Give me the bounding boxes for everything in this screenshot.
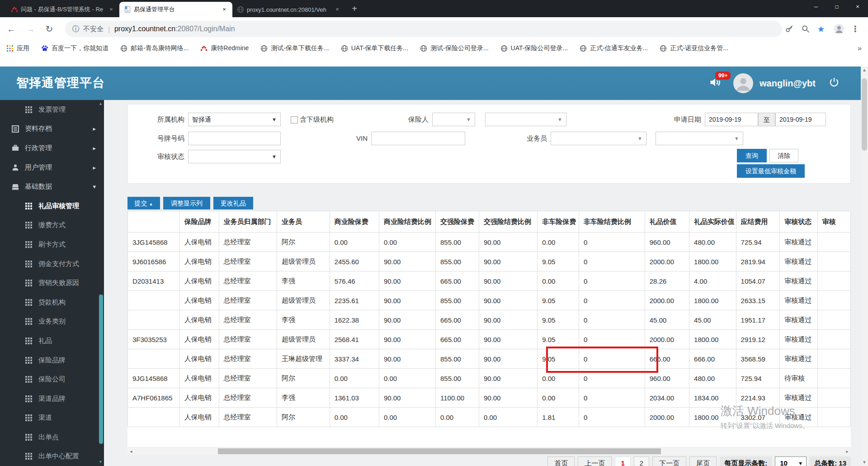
column-header-4: 商业险保费 — [330, 211, 379, 233]
sidebar-item-用户管理[interactable]: 用户管理▸ — [0, 158, 104, 177]
hscroll-right-icon[interactable]: ▸ — [844, 448, 851, 455]
submit-button[interactable]: 提交 ▲ — [127, 197, 160, 209]
browser-tab-0[interactable]: 问题 - 易保通-B/S管理系统 - Re× — [6, 2, 119, 17]
tab-close-icon[interactable]: × — [108, 6, 115, 13]
sidebar-item-营销失败原因[interactable]: 营销失败原因 — [0, 273, 104, 293]
back-icon[interactable]: ← — [4, 21, 19, 37]
audit-status-select[interactable]: ▼ — [188, 150, 281, 163]
adjust-columns-button[interactable]: 调整显示列 — [163, 197, 210, 209]
pagination-尾页[interactable]: 尾页 — [689, 456, 717, 466]
refresh-icon[interactable]: ↻ — [42, 21, 57, 37]
bookmark-item-7[interactable]: UAT-保险公司登录... — [500, 44, 568, 52]
insurer-select-2[interactable]: ▼ — [485, 113, 566, 126]
pagination-上一页[interactable]: 上一页 — [578, 456, 612, 466]
tab-close-icon[interactable]: × — [221, 6, 228, 13]
sidebar-item-礼品[interactable]: 礼品 — [0, 331, 104, 351]
maximize-button[interactable]: □ — [826, 0, 847, 14]
new-tab-button[interactable]: + — [348, 3, 361, 15]
sidebar-item-贷款机构[interactable]: 贷款机构 — [0, 293, 104, 312]
forward-icon[interactable]: → — [23, 21, 38, 37]
sidebar-scrollbar-thumb[interactable] — [99, 295, 103, 444]
salesman-select-1[interactable]: ▼ — [551, 132, 646, 145]
sidebar-item-渠道[interactable]: 渠道 — [0, 409, 104, 428]
sidebar-item-保险品牌[interactable]: 保险品牌 — [0, 351, 104, 370]
sidebar-item-业务类别[interactable]: 业务类别 — [0, 312, 104, 332]
bookmarks-overflow-icon[interactable]: » — [858, 44, 862, 52]
hscroll-thumb[interactable] — [218, 448, 661, 454]
clear-button[interactable]: 清除 — [769, 149, 798, 162]
date-to-input[interactable] — [775, 113, 826, 126]
bookmark-star-icon[interactable]: ★ — [816, 24, 826, 34]
sidebar-item-刷卡方式[interactable]: 刷卡方式 — [0, 235, 104, 254]
org-select[interactable]: 智择通▼ — [188, 113, 281, 126]
search-button[interactable]: 查询 — [737, 149, 767, 162]
table-row-1[interactable]: 9J6016586人保电销总经理室超级管理员2455.6090.00855.00… — [128, 252, 851, 271]
horizontal-scrollbar[interactable]: ◂ ▸ — [127, 448, 851, 455]
page-scroll-up-icon[interactable]: ▲ — [861, 67, 868, 74]
notification-speaker[interactable]: 99+ — [709, 76, 722, 90]
page-scrollbar-thumb[interactable] — [862, 78, 867, 151]
page-number-1[interactable]: 1 — [615, 456, 630, 466]
include-sub-checkbox[interactable] — [291, 116, 298, 124]
browser-tab-1[interactable]: 易保通管理平台× — [119, 2, 232, 17]
sidebar-item-佣金支付方式[interactable]: 佣金支付方式 — [0, 254, 104, 274]
bookmark-item-4[interactable]: 测试-保单下载任务... — [260, 44, 329, 52]
tab-close-icon[interactable]: × — [334, 6, 341, 13]
page-scrollbar[interactable]: ▲ ▼ — [861, 67, 868, 466]
user-avatar[interactable] — [733, 73, 753, 93]
table-cell: 阿尔 — [277, 369, 330, 388]
key-icon[interactable] — [784, 24, 795, 34]
salesman-select-2[interactable]: ▼ — [656, 132, 743, 145]
table-cell: 1361.03 — [330, 388, 379, 408]
bookmark-label: UAT-保单下载任务... — [351, 44, 409, 52]
table-row-3[interactable]: 人保电销总经理室超级管理员2235.6190.00855.0090.009.05… — [128, 291, 851, 310]
zoom-icon[interactable] — [800, 24, 811, 34]
sidebar-item-保险公司[interactable]: 保险公司 — [0, 370, 104, 389]
bookmark-item-3[interactable]: 康特Redmine — [200, 44, 249, 52]
address-bar[interactable]: ⓘ 不安全 | proxy1.countnet.cn :20807/Login/… — [65, 21, 782, 37]
table-row-2[interactable]: D2031413人保电销总经理室李强576.4690.00665.0090.00… — [128, 271, 851, 291]
bookmark-item-1[interactable]: 百度一下，你就知道 — [41, 44, 108, 52]
info-icon[interactable]: ⓘ — [72, 24, 80, 34]
plate-input[interactable] — [188, 132, 281, 145]
logout-power-icon[interactable] — [828, 76, 840, 90]
table-row-5[interactable]: 3F3035253人保电销总经理室超级管理员2568.4190.00665.00… — [128, 330, 851, 349]
table-row-0[interactable]: 3JG145868人保电销总经理室阿尔0.000.00855.0090.000.… — [128, 233, 851, 252]
sidebar-scroll-down-icon[interactable]: ▼ — [98, 459, 104, 465]
table-row-6[interactable]: 人保电销总经理室王琳超级管理3337.3490.00855.0090.009.0… — [128, 349, 851, 369]
per-page-select[interactable]: 10▼ — [775, 456, 807, 466]
sidebar-item-缴费方式[interactable]: 缴费方式 — [0, 216, 104, 235]
table-row-4[interactable]: 人保电销总经理室李强1622.3890.00665.0090.009.05045… — [128, 310, 851, 330]
change-gift-button[interactable]: 更改礼品 — [213, 197, 253, 209]
minimize-button[interactable]: ─ — [806, 0, 826, 14]
bookmark-item-5[interactable]: UAT-保单下载任务... — [341, 44, 409, 52]
pagination-下一页[interactable]: 下一页 — [652, 456, 686, 466]
bookmark-item-0[interactable]: 应用 — [6, 44, 29, 52]
sidebar-item-资料存档[interactable]: 资料存档▸ — [0, 119, 104, 139]
hscroll-left-icon[interactable]: ◂ — [127, 448, 135, 455]
sidebar-item-行政管理[interactable]: 行政管理▸ — [0, 138, 104, 158]
bookmark-item-2[interactable]: 邮箱-青岛康特网络... — [120, 44, 189, 52]
sidebar-item-出单点[interactable]: 出单点 — [0, 428, 104, 447]
pagination-首页[interactable]: 首页 — [547, 456, 575, 466]
date-from-input[interactable] — [705, 113, 758, 126]
page-number-2[interactable]: 2 — [634, 456, 649, 466]
sidebar-item-发票管理[interactable]: 发票管理 — [0, 100, 104, 119]
browser-tab-2[interactable]: proxy1.countnet.cn:20801/Veh× — [232, 2, 345, 17]
sidebar-item-渠道品牌[interactable]: 渠道品牌 — [0, 389, 104, 409]
close-button[interactable]: × — [847, 0, 868, 14]
page-scroll-down-icon[interactable]: ▼ — [861, 459, 868, 466]
bookmark-item-9[interactable]: 正式-诺亚信业务管... — [660, 44, 728, 52]
vin-input[interactable] — [371, 132, 465, 145]
sidebar-scroll-up-icon[interactable]: ▲ — [98, 101, 104, 107]
table-row-7[interactable]: 9JG145868人保电销总经理室阿尔0.000.00855.0090.000.… — [128, 369, 851, 388]
profile-avatar-icon[interactable] — [834, 24, 844, 34]
set-min-audit-button[interactable]: 设置最低审核金额 — [737, 164, 805, 178]
menu-dots-icon[interactable]: ⋮ — [850, 24, 861, 34]
bookmark-item-8[interactable]: 正式-信通车友业务... — [580, 44, 648, 52]
insurer-select-1[interactable]: ▼ — [432, 113, 475, 126]
sidebar-item-礼品审核管理[interactable]: 礼品审核管理 — [0, 196, 104, 216]
sidebar-item-出单中心配置[interactable]: 出单中心配置 — [0, 447, 104, 466]
bookmark-item-6[interactable]: 测试-保险公司登录... — [420, 44, 488, 52]
sidebar-item-基础数据[interactable]: 基础数据▾ — [0, 177, 104, 196]
